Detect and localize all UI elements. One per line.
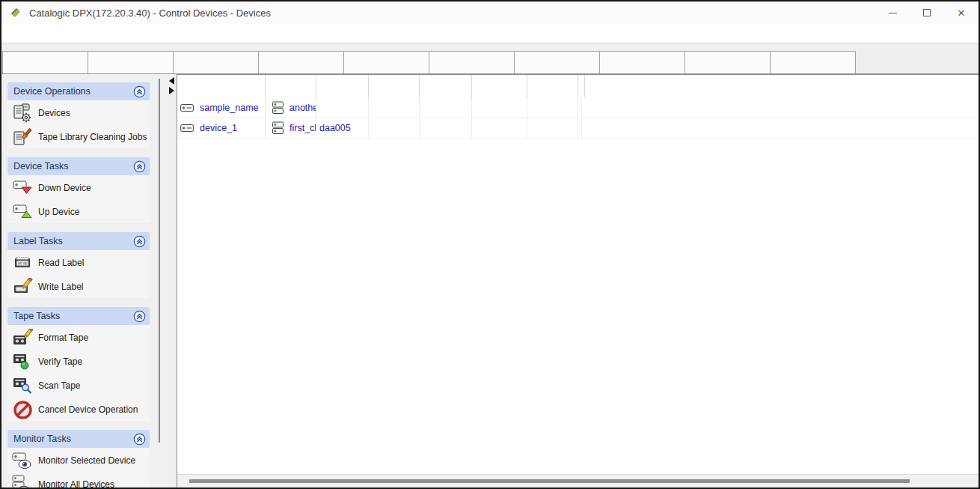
monitor-all-devices-icon: [12, 475, 33, 488]
horizontal-scrollbar[interactable]: [177, 474, 979, 488]
section-title: Label Tasks: [13, 236, 133, 246]
tab[interactable]: [429, 51, 515, 73]
table-cell[interactable]: [369, 98, 420, 118]
table-cell[interactable]: daa005: [316, 118, 369, 138]
window-title: Catalogic DPX(172.20.3.40) - Control Dev…: [29, 7, 271, 19]
collapse-icon[interactable]: [133, 310, 146, 323]
table-cell[interactable]: [472, 118, 527, 138]
table-cell[interactable]: [420, 118, 472, 138]
menu-item[interactable]: [18, 31, 31, 36]
table-cell[interactable]: [420, 98, 472, 118]
tab[interactable]: [685, 51, 771, 73]
table-cell[interactable]: [527, 118, 578, 138]
sidebar-scrollbar-thumb[interactable]: [159, 79, 160, 443]
close-button[interactable]: ✕: [944, 1, 979, 24]
verify-tape-icon: [12, 352, 33, 371]
close-icon: ✕: [958, 8, 966, 18]
sidebar-section-header[interactable]: Tape Tasks: [7, 307, 150, 325]
table-cell[interactable]: sample_name: [177, 98, 266, 118]
sidebar-item[interactable]: Down Device: [7, 177, 150, 199]
tab[interactable]: [173, 51, 259, 73]
sidebar-item[interactable]: Monitor All Devices: [7, 473, 150, 488]
expand-right-icon[interactable]: [169, 87, 174, 94]
tab[interactable]: [2, 51, 88, 73]
sidebar-section-header[interactable]: Device Operations: [7, 82, 150, 100]
sidebar-item[interactable]: Monitor Selected Device: [7, 449, 150, 472]
collapse-icon[interactable]: [133, 85, 146, 98]
table-row[interactable]: device_1 first_cluster daa00: [177, 118, 979, 139]
table-cell[interactable]: device_1: [177, 118, 266, 138]
monitor-device-icon: [12, 451, 33, 470]
tab[interactable]: [88, 51, 174, 73]
sidebar-item-label: Write Label: [38, 282, 83, 292]
table-cell[interactable]: [369, 118, 420, 138]
table-header-row: [177, 75, 979, 98]
table-cell[interactable]: [316, 98, 369, 118]
sidebar-scrollbar[interactable]: [151, 74, 168, 488]
collapse-icon[interactable]: [133, 160, 146, 173]
tab[interactable]: [599, 51, 685, 73]
app-window: Catalogic DPX(172.20.3.40) - Control Dev…: [0, 0, 980, 489]
sidebar-item-label: Tape Library Cleaning Jobs: [38, 132, 147, 142]
sidebar-item[interactable]: Tape Library Cleaning Jobs: [7, 126, 150, 148]
menu-item[interactable]: [45, 31, 58, 36]
cancel-operation-icon: [12, 400, 33, 419]
sidebar-item-label: Down Device: [38, 183, 91, 193]
table-empty-area: [177, 139, 979, 474]
sidebar-section-header[interactable]: Monitor Tasks: [7, 430, 150, 448]
down-device-icon: [12, 178, 33, 198]
sidebar-section: Device Tasks Down Device: [7, 157, 150, 223]
cell-text: device_1: [200, 123, 237, 133]
column-header[interactable]: [472, 75, 527, 98]
collapse-icon[interactable]: [133, 433, 146, 446]
up-device-icon: [12, 202, 33, 222]
tab[interactable]: [258, 51, 344, 73]
sidebar-item[interactable]: Verify Tape: [7, 350, 150, 373]
sidebar-item[interactable]: Format Tape: [7, 326, 150, 349]
sidebar-section: Device Operations Devices: [7, 82, 150, 148]
sidebar-item[interactable]: Scan Tape: [7, 374, 150, 397]
table-cell[interactable]: another_one: [266, 98, 316, 118]
maximize-button[interactable]: [910, 1, 944, 24]
format-tape-icon: [12, 328, 33, 347]
sidebar-item[interactable]: Cancel Device Operation: [7, 398, 150, 421]
table-cell[interactable]: [527, 98, 578, 118]
title-bar: Catalogic DPX(172.20.3.40) - Control Dev…: [1, 1, 979, 24]
catalogic-logo-icon: [9, 6, 22, 19]
table-cell[interactable]: first_cluster: [266, 118, 316, 138]
sidebar-section-header[interactable]: Label Tasks: [7, 232, 150, 250]
column-header[interactable]: [316, 75, 369, 98]
column-header[interactable]: [527, 75, 578, 98]
sidebar-item[interactable]: Write Label: [7, 276, 150, 298]
menu-item[interactable]: [4, 31, 18, 36]
sidebar-item[interactable]: Up Device: [7, 201, 150, 223]
section-title: Device Operations: [13, 86, 133, 97]
collapse-icon[interactable]: [133, 235, 146, 248]
collapse-left-icon[interactable]: [169, 77, 174, 85]
column-header[interactable]: [420, 75, 472, 98]
column-header[interactable]: [369, 75, 420, 98]
horizontal-scrollbar-thumb[interactable]: [189, 479, 910, 483]
tape-cleaning-icon: [12, 127, 33, 147]
tab[interactable]: [514, 51, 600, 73]
sidebar-section: Tape Tasks Format Tape: [7, 307, 150, 421]
sidebar-section-header[interactable]: Device Tasks: [7, 157, 150, 175]
tab[interactable]: [343, 51, 429, 73]
column-header[interactable]: [578, 75, 585, 98]
minimize-button[interactable]: [875, 1, 910, 24]
sidebar-item-label: Up Device: [38, 207, 79, 217]
tab[interactable]: [770, 51, 856, 73]
cell-text: another_one: [290, 103, 316, 113]
pane-splitter[interactable]: [168, 74, 177, 488]
sidebar-item-label: Devices: [38, 108, 70, 118]
table-row[interactable]: sample_name another_one: [177, 98, 979, 118]
sidebar-item[interactable]: Devices: [7, 102, 150, 124]
column-header[interactable]: [266, 75, 316, 98]
minimize-icon: [889, 13, 897, 13]
menu-item[interactable]: [31, 31, 45, 36]
cell-text: first_cluster: [290, 123, 316, 133]
sidebar-item[interactable]: Read Label: [7, 252, 150, 274]
column-header[interactable]: [177, 75, 266, 98]
table-cell[interactable]: [472, 98, 527, 118]
content-area: Device Operations Devices: [1, 73, 979, 488]
